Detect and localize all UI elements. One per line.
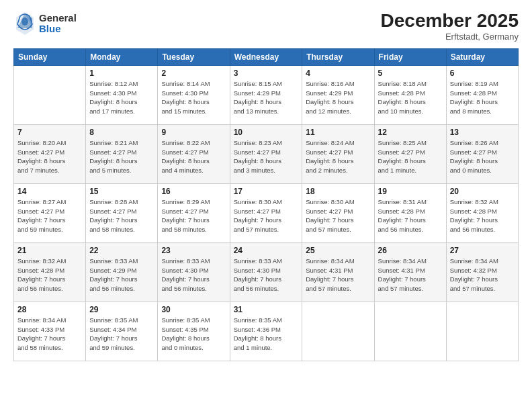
header: General Blue December 2025 Erftstadt, Ge… <box>13 11 519 42</box>
day-cell: 12Sunrise: 8:25 AMSunset: 4:27 PMDayligh… <box>374 124 446 183</box>
day-number: 5 <box>378 68 443 78</box>
day-cell: 25Sunrise: 8:34 AMSunset: 4:31 PMDayligh… <box>302 242 374 302</box>
title-area: December 2025 Erftstadt, Germany <box>381 11 519 42</box>
day-info: Sunrise: 8:14 AMSunset: 4:30 PMDaylight:… <box>161 79 226 116</box>
day-info: Sunrise: 8:23 AMSunset: 4:27 PMDaylight:… <box>234 138 299 175</box>
day-number: 16 <box>161 187 226 196</box>
day-number: 2 <box>161 68 226 78</box>
week-row-3: 14Sunrise: 8:27 AMSunset: 4:27 PMDayligh… <box>14 183 519 242</box>
day-info: Sunrise: 8:12 AMSunset: 4:30 PMDaylight:… <box>89 79 154 116</box>
day-cell: 24Sunrise: 8:33 AMSunset: 4:30 PMDayligh… <box>230 242 302 302</box>
logo-general: General <box>39 13 77 24</box>
day-number: 30 <box>161 305 226 314</box>
day-cell <box>446 302 518 361</box>
day-number: 24 <box>234 246 299 255</box>
day-info: Sunrise: 8:33 AMSunset: 4:30 PMDaylight:… <box>234 257 299 293</box>
day-cell: 31Sunrise: 8:35 AMSunset: 4:36 PMDayligh… <box>230 302 302 361</box>
day-number: 8 <box>89 128 154 137</box>
week-row-5: 28Sunrise: 8:34 AMSunset: 4:33 PMDayligh… <box>14 302 519 361</box>
col-header-wednesday: Wednesday <box>230 48 302 65</box>
day-number: 1 <box>89 68 154 78</box>
day-number: 3 <box>234 68 299 78</box>
calendar-table: SundayMondayTuesdayWednesdayThursdayFrid… <box>13 48 519 361</box>
day-info: Sunrise: 8:34 AMSunset: 4:32 PMDaylight:… <box>450 257 515 293</box>
col-header-tuesday: Tuesday <box>158 48 230 65</box>
day-info: Sunrise: 8:34 AMSunset: 4:31 PMDaylight:… <box>378 257 443 293</box>
day-info: Sunrise: 8:28 AMSunset: 4:27 PMDaylight:… <box>89 197 154 234</box>
day-number: 27 <box>450 246 515 255</box>
day-cell: 30Sunrise: 8:35 AMSunset: 4:35 PMDayligh… <box>158 302 230 361</box>
day-number: 13 <box>450 128 515 137</box>
location: Erftstadt, Germany <box>381 32 519 42</box>
day-number: 19 <box>378 187 443 196</box>
day-info: Sunrise: 8:29 AMSunset: 4:27 PMDaylight:… <box>161 197 226 234</box>
calendar-header-row: SundayMondayTuesdayWednesdayThursdayFrid… <box>14 48 519 65</box>
day-info: Sunrise: 8:30 AMSunset: 4:27 PMDaylight:… <box>234 197 299 234</box>
day-cell <box>374 302 446 361</box>
logo-text: General Blue <box>39 13 77 35</box>
day-info: Sunrise: 8:33 AMSunset: 4:30 PMDaylight:… <box>161 257 226 293</box>
day-cell: 1Sunrise: 8:12 AMSunset: 4:30 PMDaylight… <box>86 65 158 124</box>
col-header-sunday: Sunday <box>14 48 86 65</box>
day-number: 6 <box>450 68 515 78</box>
day-info: Sunrise: 8:15 AMSunset: 4:29 PMDaylight:… <box>234 79 299 116</box>
day-cell <box>302 302 374 361</box>
day-info: Sunrise: 8:19 AMSunset: 4:28 PMDaylight:… <box>450 79 515 116</box>
day-number: 25 <box>306 246 370 255</box>
day-info: Sunrise: 8:30 AMSunset: 4:27 PMDaylight:… <box>306 197 370 234</box>
day-number: 17 <box>234 187 299 196</box>
day-number: 28 <box>17 305 82 314</box>
day-cell: 14Sunrise: 8:27 AMSunset: 4:27 PMDayligh… <box>14 183 86 242</box>
day-info: Sunrise: 8:34 AMSunset: 4:31 PMDaylight:… <box>306 257 370 293</box>
day-number: 31 <box>234 305 299 314</box>
day-number: 23 <box>161 246 226 255</box>
day-cell: 28Sunrise: 8:34 AMSunset: 4:33 PMDayligh… <box>14 302 86 361</box>
col-header-monday: Monday <box>86 48 158 65</box>
week-row-1: 1Sunrise: 8:12 AMSunset: 4:30 PMDaylight… <box>14 65 519 124</box>
day-info: Sunrise: 8:18 AMSunset: 4:28 PMDaylight:… <box>378 79 443 116</box>
day-cell: 3Sunrise: 8:15 AMSunset: 4:29 PMDaylight… <box>230 65 302 124</box>
day-info: Sunrise: 8:26 AMSunset: 4:27 PMDaylight:… <box>450 138 515 175</box>
day-number: 18 <box>306 187 370 196</box>
day-info: Sunrise: 8:35 AMSunset: 4:34 PMDaylight:… <box>89 316 154 353</box>
day-cell: 18Sunrise: 8:30 AMSunset: 4:27 PMDayligh… <box>302 183 374 242</box>
day-number: 20 <box>450 187 515 196</box>
logo-icon <box>13 11 36 36</box>
day-number: 12 <box>378 128 443 137</box>
day-cell: 6Sunrise: 8:19 AMSunset: 4:28 PMDaylight… <box>446 65 518 124</box>
day-number: 7 <box>17 128 82 137</box>
day-info: Sunrise: 8:33 AMSunset: 4:29 PMDaylight:… <box>89 257 154 293</box>
day-cell: 19Sunrise: 8:31 AMSunset: 4:28 PMDayligh… <box>374 183 446 242</box>
day-info: Sunrise: 8:25 AMSunset: 4:27 PMDaylight:… <box>378 138 443 175</box>
day-cell: 4Sunrise: 8:16 AMSunset: 4:29 PMDaylight… <box>302 65 374 124</box>
day-cell: 20Sunrise: 8:32 AMSunset: 4:28 PMDayligh… <box>446 183 518 242</box>
svg-point-3 <box>21 17 28 26</box>
day-cell: 15Sunrise: 8:28 AMSunset: 4:27 PMDayligh… <box>86 183 158 242</box>
day-cell: 21Sunrise: 8:32 AMSunset: 4:28 PMDayligh… <box>14 242 86 302</box>
day-cell: 23Sunrise: 8:33 AMSunset: 4:30 PMDayligh… <box>158 242 230 302</box>
day-info: Sunrise: 8:27 AMSunset: 4:27 PMDaylight:… <box>17 197 82 234</box>
day-info: Sunrise: 8:16 AMSunset: 4:29 PMDaylight:… <box>306 79 370 116</box>
day-number: 4 <box>306 68 370 78</box>
week-row-4: 21Sunrise: 8:32 AMSunset: 4:28 PMDayligh… <box>14 242 519 302</box>
day-cell: 29Sunrise: 8:35 AMSunset: 4:34 PMDayligh… <box>86 302 158 361</box>
day-cell: 5Sunrise: 8:18 AMSunset: 4:28 PMDaylight… <box>374 65 446 124</box>
day-info: Sunrise: 8:22 AMSunset: 4:27 PMDaylight:… <box>161 138 226 175</box>
day-cell: 10Sunrise: 8:23 AMSunset: 4:27 PMDayligh… <box>230 124 302 183</box>
col-header-saturday: Saturday <box>446 48 518 65</box>
day-info: Sunrise: 8:35 AMSunset: 4:36 PMDaylight:… <box>234 316 299 353</box>
day-info: Sunrise: 8:34 AMSunset: 4:33 PMDaylight:… <box>17 316 82 353</box>
day-number: 10 <box>234 128 299 137</box>
day-info: Sunrise: 8:35 AMSunset: 4:35 PMDaylight:… <box>161 316 226 353</box>
day-info: Sunrise: 8:24 AMSunset: 4:27 PMDaylight:… <box>306 138 370 175</box>
day-number: 15 <box>89 187 154 196</box>
day-number: 21 <box>17 246 82 255</box>
day-info: Sunrise: 8:32 AMSunset: 4:28 PMDaylight:… <box>17 257 82 293</box>
week-row-2: 7Sunrise: 8:20 AMSunset: 4:27 PMDaylight… <box>14 124 519 183</box>
day-cell: 22Sunrise: 8:33 AMSunset: 4:29 PMDayligh… <box>86 242 158 302</box>
month-title: December 2025 <box>381 11 519 32</box>
logo-blue: Blue <box>39 24 77 35</box>
day-info: Sunrise: 8:21 AMSunset: 4:27 PMDaylight:… <box>89 138 154 175</box>
day-number: 29 <box>89 305 154 314</box>
day-cell: 8Sunrise: 8:21 AMSunset: 4:27 PMDaylight… <box>86 124 158 183</box>
